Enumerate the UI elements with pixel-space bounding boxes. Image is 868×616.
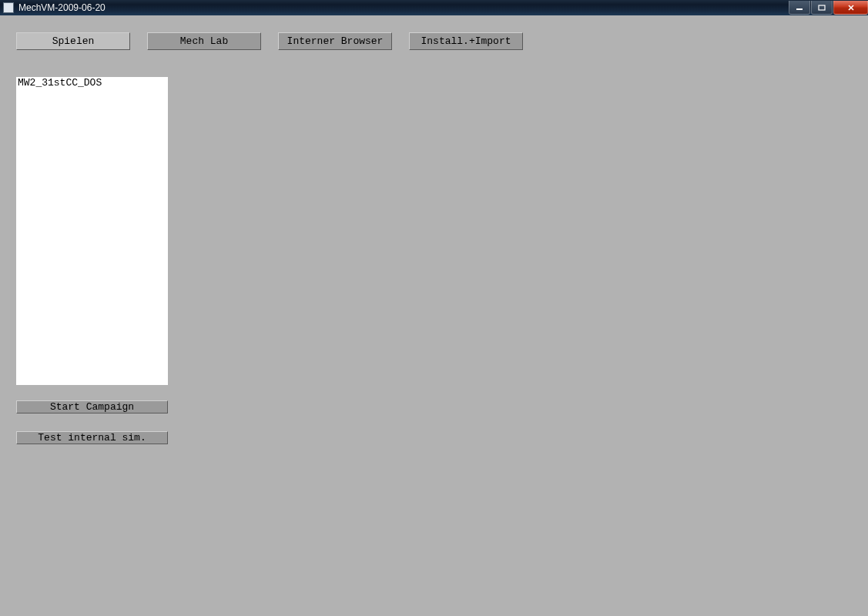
tab-install-import[interactable]: Install.+Import	[409, 32, 523, 50]
tab-mech-lab[interactable]: Mech Lab	[147, 32, 261, 50]
app-icon	[3, 2, 14, 13]
start-campaign-button[interactable]: Start Campaign	[16, 400, 168, 413]
minimize-button[interactable]	[789, 1, 810, 15]
svg-rect-0	[796, 8, 803, 10]
close-icon	[846, 5, 856, 11]
title-bar: MechVM-2009-06-20	[0, 0, 868, 15]
maximize-icon	[818, 5, 826, 11]
tab-spielen[interactable]: Spielen	[16, 32, 130, 50]
minimize-icon	[796, 5, 803, 11]
test-internal-sim-button[interactable]: Test internal sim.	[16, 431, 168, 444]
close-button[interactable]	[833, 1, 868, 15]
maximize-button[interactable]	[811, 1, 833, 15]
window-title: MechVM-2009-06-20	[18, 2, 106, 13]
window-controls	[788, 1, 868, 15]
content-area: Spielen Mech Lab Interner Browser Instal…	[0, 15, 868, 616]
svg-rect-1	[819, 5, 825, 10]
tab-interner-browser[interactable]: Interner Browser	[278, 32, 392, 50]
list-item[interactable]: MW2_31stCC_DOS	[16, 77, 168, 89]
game-list[interactable]: MW2_31stCC_DOS	[16, 77, 168, 385]
